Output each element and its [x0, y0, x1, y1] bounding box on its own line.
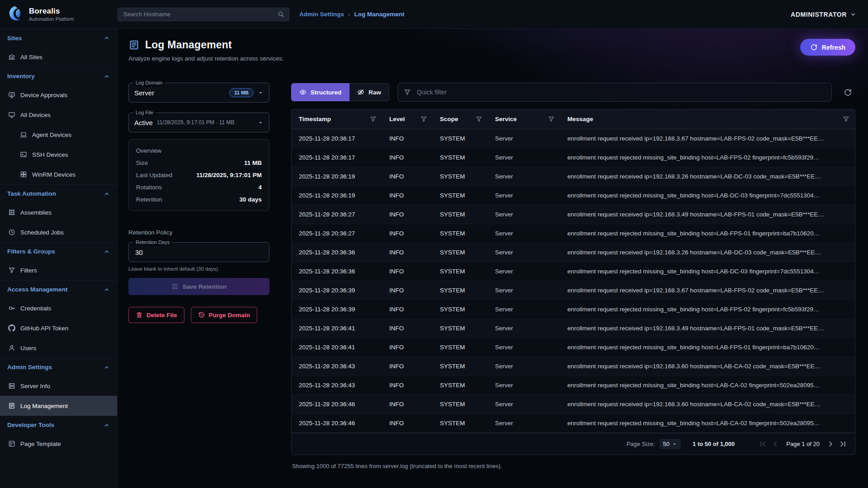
sidebar-section-filters-groups[interactable]: Filters & Groups [0, 242, 117, 260]
last-page-button[interactable] [839, 440, 847, 448]
sidebar-item-device-approvals[interactable]: Device Approvals [0, 85, 117, 105]
log-management-icon [8, 402, 15, 409]
sidebar-item-filters[interactable]: Filters [0, 260, 117, 280]
hostname-search[interactable] [118, 8, 289, 21]
search-input[interactable] [123, 10, 278, 18]
sidebar-item-ssh-devices[interactable]: SSH Devices [0, 145, 117, 164]
filter-icon[interactable] [420, 116, 427, 122]
brand-text: Borealis Automation Platform [29, 7, 74, 22]
search-icon[interactable] [278, 11, 284, 18]
breadcrumb: Admin Settings›Log Management [299, 11, 405, 18]
column-header-scope[interactable]: Scope [433, 109, 488, 129]
user-menu[interactable]: ADMINISTRATOR [791, 11, 868, 18]
borealis-logo-icon [5, 5, 24, 24]
prev-page-button[interactable] [771, 440, 779, 448]
trash-icon [136, 311, 143, 319]
sidebar-section-developer-tools[interactable]: Developer Tools [0, 416, 117, 434]
agent-devices-icon [20, 131, 27, 138]
sidebar-section-inventory[interactable]: Inventory [0, 67, 117, 85]
chevron-up-icon [104, 191, 110, 197]
all-devices-icon [8, 111, 15, 118]
sidebar-item-scheduled-jobs[interactable]: Scheduled Jobs [0, 222, 117, 242]
danger-actions: Delete File Purge Domain [128, 307, 269, 323]
sidebar-item-server-info[interactable]: Server Info [0, 376, 117, 396]
table-body: 2025-11-28 20:36:17INFOSYSTEMServerenrol… [292, 129, 855, 433]
log-domain-select[interactable]: Log Domain Server 11 MB [128, 83, 269, 103]
sidebar-item-agent-devices[interactable]: Agent Devices [0, 125, 117, 145]
table-refresh-button[interactable] [840, 84, 855, 100]
sidebar-item-log-management[interactable]: Log Management [0, 396, 117, 416]
raw-toggle[interactable]: Raw [349, 83, 389, 101]
delete-file-button[interactable]: Delete File [128, 307, 184, 323]
sidebar-section-admin-settings[interactable]: Admin Settings [0, 358, 117, 376]
log-row: 2025-11-28 20:36:36INFOSYSTEMServerenrol… [292, 262, 855, 281]
save-icon [171, 283, 179, 290]
purge-domain-button[interactable]: Purge Domain [191, 307, 258, 323]
chevron-up-icon [104, 249, 110, 255]
sidebar-item-users[interactable]: Users [0, 338, 117, 358]
structured-toggle[interactable]: Structured [291, 83, 349, 101]
chevron-up-icon [104, 73, 110, 80]
filter-icon[interactable] [476, 116, 482, 122]
sidebar-item-all-devices[interactable]: All Devices [0, 105, 117, 125]
page-header: Log Management Analyze engine logs and a… [128, 39, 855, 62]
chevron-up-icon [104, 364, 110, 371]
breadcrumb-log-management[interactable]: Log Management [354, 11, 405, 18]
table-footer: Page Size: 50 1 to 50 of 1,000 Page 1 of… [292, 433, 855, 455]
page-template-icon [8, 440, 15, 447]
sidebar-item-page-template[interactable]: Page Template [0, 434, 117, 454]
eye-off-icon [357, 89, 364, 96]
log-row: 2025-11-28 20:36:43INFOSYSTEMServerenrol… [292, 376, 855, 395]
sidebar-item-credentials[interactable]: Credentials [0, 298, 117, 318]
log-row: 2025-11-28 20:36:27INFOSYSTEMServerenrol… [292, 224, 855, 243]
log-row: 2025-11-28 20:36:39INFOSYSTEMServerenrol… [292, 300, 855, 319]
refresh-icon [844, 88, 852, 97]
sidebar-item-winrm-devices[interactable]: WinRM Devices [0, 164, 117, 184]
overview-row-last-updated: Last Updated11/28/2025, 9:17:01 PM [136, 169, 262, 181]
retention-days-label: Retention Days [133, 239, 172, 246]
column-header-timestamp[interactable]: Timestamp [292, 109, 382, 129]
log-table: TimestampLevelScopeServiceMessage 2025-1… [291, 109, 855, 455]
save-retention-button[interactable]: Save Retention [128, 278, 269, 295]
column-header-message[interactable]: Message [560, 109, 855, 129]
sidebar-section-sites[interactable]: Sites [0, 29, 117, 47]
sidebar-nav: SitesAll SitesInventoryDevice ApprovalsA… [0, 29, 117, 454]
sidebar-item-github-api-token[interactable]: GitHub API Token [0, 318, 117, 338]
refresh-button[interactable]: Refresh [800, 39, 855, 56]
first-page-button[interactable] [759, 440, 767, 448]
quick-filter-input[interactable] [416, 88, 826, 96]
chevron-down-icon [672, 441, 677, 447]
breadcrumb-admin-settings[interactable]: Admin Settings [299, 11, 344, 18]
log-viewer-panel: Structured Raw TimestampLevelScopeServic… [291, 83, 855, 469]
device-approvals-icon [8, 91, 15, 99]
table-header: TimestampLevelScopeServiceMessage [292, 109, 855, 129]
filter-icon[interactable] [370, 116, 377, 122]
main-content: Log Management Analyze engine logs and a… [118, 29, 868, 488]
credentials-icon [8, 305, 15, 312]
retention-days-field[interactable]: Retention Days [128, 242, 269, 262]
next-page-button[interactable] [827, 440, 835, 448]
page-title: Log Management [145, 39, 232, 51]
quick-filter[interactable] [397, 83, 832, 102]
retention-policy-label: Retention Policy [128, 229, 269, 236]
sidebar-item-assemblies[interactable]: Assemblies [0, 202, 117, 222]
filter-icon[interactable] [548, 116, 555, 122]
chevron-down-icon [258, 120, 264, 126]
breadcrumb-separator: › [348, 11, 350, 18]
page-size-select[interactable]: 50 [660, 439, 681, 449]
log-file-select[interactable]: Log File Active 11/28/2025, 9:17:01 PM ·… [128, 113, 269, 132]
sidebar-item-all-sites[interactable]: All Sites [0, 47, 117, 67]
domain-size-badge: 11 MB [229, 88, 254, 97]
column-header-level[interactable]: Level [382, 109, 433, 129]
log-toolbar: Structured Raw [291, 83, 855, 102]
page-range: 1 to 50 of 1,000 [693, 441, 735, 447]
sidebar-section-access-management[interactable]: Access Management [0, 280, 117, 298]
log-icon [128, 39, 140, 51]
column-header-service[interactable]: Service [488, 109, 560, 129]
filter-icon[interactable] [843, 116, 849, 122]
overview-title: Overview [136, 145, 262, 157]
page-indicator: Page 1 of 20 [786, 441, 820, 447]
retention-days-input[interactable] [134, 248, 264, 257]
sidebar-section-task-automation[interactable]: Task Automation [0, 184, 117, 202]
brand-tagline: Automation Platform [29, 16, 74, 22]
